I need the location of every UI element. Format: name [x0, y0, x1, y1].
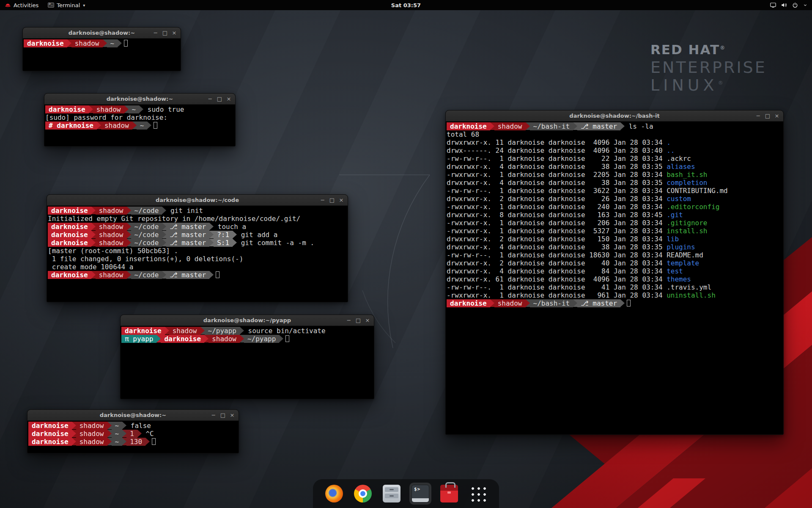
software-icon: [440, 485, 458, 502]
app-grid-icon: [469, 485, 487, 502]
directory-name: completion: [667, 179, 707, 187]
directory-name: custom: [667, 195, 691, 203]
close-button[interactable]: ×: [337, 195, 346, 206]
app-menu-button[interactable]: Terminal ▾: [43, 0, 90, 10]
window-titlebar[interactable]: darknoise@shadow:~/pyapp−□×: [121, 315, 374, 326]
terminal-text: touch a: [214, 223, 246, 231]
terminal-app-icon: [48, 3, 54, 8]
maximize-button[interactable]: □: [218, 410, 228, 421]
prompt-segment-user: darknoise: [48, 207, 91, 215]
powerline-arrow: [72, 430, 76, 437]
powerline-arrow: [162, 271, 166, 279]
terminal-window-w6[interactable]: darknoise@shadow:~/bash-it−□×darknoisesh…: [445, 110, 784, 435]
terminal-text: create mode 100644 a: [48, 263, 133, 271]
minimize-button[interactable]: −: [754, 110, 763, 121]
dock-files-button[interactable]: [381, 483, 403, 505]
dock-software-button[interactable]: [438, 483, 460, 505]
close-button[interactable]: ×: [170, 28, 179, 39]
volume-icon[interactable]: [781, 2, 787, 8]
terminal-window-w4[interactable]: darknoise@shadow:~/pyapp−□×darknoiseshad…: [120, 315, 374, 399]
dock-firefox-button[interactable]: [323, 483, 345, 505]
display-icon[interactable]: [770, 2, 776, 8]
powerline-arrow: [97, 121, 101, 129]
powerline-arrow: [162, 231, 166, 238]
powerline-arrow: [233, 239, 237, 246]
powerline-arrow: [127, 207, 131, 214]
terminal-text: -rw-rw-r--. 1 darknoise darknoise 22 Jan…: [447, 155, 691, 163]
prompt-segment-host: shadow: [101, 121, 132, 130]
terminal-line: 1 file changed, 0 insertions(+), 0 delet…: [48, 255, 348, 263]
terminal-line: total 68: [447, 130, 783, 138]
terminal-window-w1[interactable]: darknoise@shadow:~−□×darknoiseshadow~: [22, 27, 181, 71]
prompt-segment-user: # darknoise: [45, 121, 97, 130]
prompt-segment-path: ~/code: [131, 223, 162, 231]
prompt-segment-git: ⎇ master: [166, 231, 209, 239]
dock-terminal-button[interactable]: [409, 483, 431, 505]
maximize-button[interactable]: □: [763, 110, 772, 121]
powerline-arrow: [490, 122, 494, 130]
powerline-arrow: [127, 239, 131, 246]
terminal-content[interactable]: darknoiseshadow~ falsedarknoiseshadow~1 …: [27, 421, 239, 453]
dock-app-grid-button[interactable]: [467, 483, 489, 505]
close-button[interactable]: ×: [224, 94, 233, 105]
terminal-content[interactable]: darknoiseshadow~ sudo true[sudo] passwor…: [44, 105, 235, 146]
maximize-button[interactable]: □: [327, 195, 337, 206]
terminal-content[interactable]: darknoiseshadow~/bash-it⎇ master ls -lat…: [446, 121, 783, 434]
minimize-button[interactable]: −: [206, 94, 215, 105]
window-titlebar[interactable]: darknoise@shadow:~−□×: [23, 28, 181, 39]
executable-name: .editorconfig: [667, 203, 719, 211]
window-title: darknoise@shadow:~/pyapp: [146, 315, 348, 326]
powerline-arrow: [156, 335, 161, 342]
prompt-segment-path: ~/pyapp: [244, 335, 279, 343]
terminal-text: drwx------. 24 darknoise darknoise 4096 …: [447, 146, 667, 155]
terminal-line: -rwxrwxr-x. 1 darknoise darknoise 206 Ja…: [447, 219, 783, 227]
terminal-content[interactable]: darknoiseshadow~: [23, 39, 181, 71]
terminal-text: drwxrwxr-x. 61 darknoise darknoise 4096 …: [447, 275, 667, 283]
powerline-arrow: [91, 239, 96, 246]
window-titlebar[interactable]: darknoise@shadow:~/bash-it−□×: [446, 110, 783, 121]
window-controls: −□×: [754, 110, 782, 121]
close-button[interactable]: ×: [772, 110, 782, 121]
prompt-segment-git: ⎇ master: [577, 122, 620, 130]
system-status-area[interactable]: [770, 0, 812, 10]
maximize-button[interactable]: □: [160, 28, 170, 39]
terminal-window-w5[interactable]: darknoise@shadow:~−□×darknoiseshadow~ fa…: [27, 409, 239, 453]
dock-chrome-button[interactable]: [352, 483, 374, 505]
terminal-content[interactable]: darknoiseshadow~/code git initInitialize…: [47, 206, 348, 302]
window-controls: −□×: [151, 28, 179, 39]
minimize-button[interactable]: −: [318, 195, 327, 206]
window-titlebar[interactable]: darknoise@shadow:~−□×: [44, 94, 235, 105]
minimize-button[interactable]: −: [344, 315, 354, 326]
minimize-button[interactable]: −: [151, 28, 160, 39]
window-titlebar[interactable]: darknoise@shadow:~/code−□×: [47, 195, 348, 206]
terminal-line: -rw-rw-r--. 1 darknoise darknoise 18630 …: [447, 251, 783, 259]
desktop: RED HAT® ENTERPRISE LINUX® darknoise@sha…: [0, 0, 812, 508]
chevron-down-icon[interactable]: [803, 3, 808, 8]
terminal-window-w2[interactable]: darknoise@shadow:~−□×darknoiseshadow~ su…: [44, 93, 236, 146]
powerline-arrow: [139, 105, 143, 113]
powerline-arrow: [200, 327, 205, 334]
window-titlebar[interactable]: darknoise@shadow:~−□×: [27, 410, 239, 421]
terminal-text: ^C: [142, 430, 154, 438]
powerline-arrow: [91, 231, 96, 238]
window-controls: −□×: [206, 94, 233, 105]
maximize-button[interactable]: □: [215, 94, 224, 105]
clock[interactable]: Sat 03:57: [391, 2, 421, 8]
terminal-text: Initialized empty Git repository in /hom…: [48, 215, 300, 223]
prompt-segment-user: darknoise: [28, 422, 72, 430]
directory-name: lib: [667, 235, 679, 243]
terminal-window-w3[interactable]: darknoise@shadow:~/code−□×darknoiseshado…: [47, 194, 348, 302]
terminal-text: drwxrwxr-x. 8 darknoise darknoise 163 Ja…: [447, 211, 667, 219]
prompt-segment-exit: 1: [126, 430, 137, 438]
activities-button[interactable]: Activities: [0, 0, 43, 10]
terminal-content[interactable]: darknoiseshadow~/pyapp source bin/activa…: [121, 326, 374, 399]
minimize-button[interactable]: −: [209, 410, 218, 421]
terminal-line: drwxrwxr-x. 4 darknoise darknoise 38 Jan…: [447, 243, 783, 251]
prompt-segment-host: shadow: [71, 39, 103, 47]
close-button[interactable]: ×: [363, 315, 372, 326]
maximize-button[interactable]: □: [354, 315, 363, 326]
close-button[interactable]: ×: [228, 410, 237, 421]
power-icon[interactable]: [792, 2, 798, 8]
window-title: darknoise@shadow:~/code: [72, 195, 322, 206]
terminal-line: π pyappdarknoiseshadow~/pyapp: [121, 335, 374, 343]
